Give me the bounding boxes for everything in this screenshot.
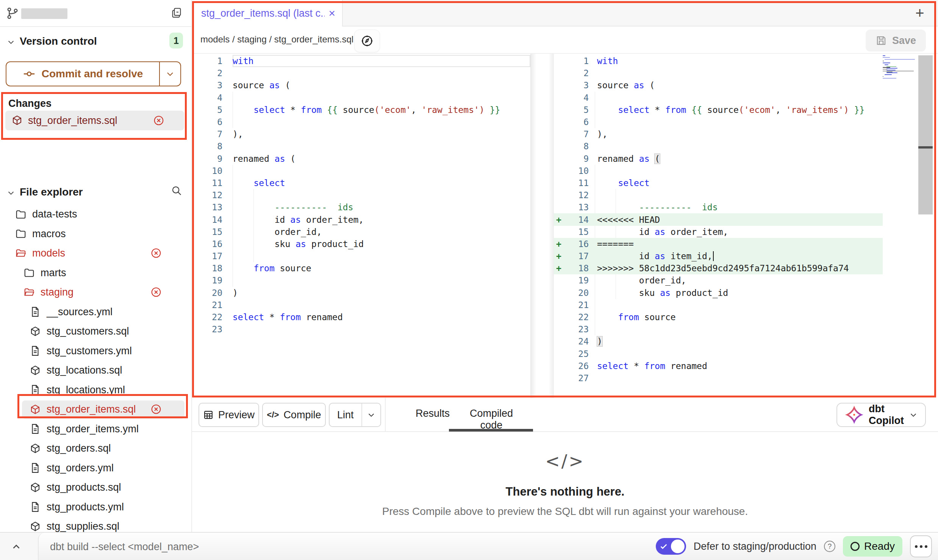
code-line-6: 6: [192, 116, 530, 128]
code-icon: </>: [192, 451, 938, 471]
minimap[interactable]: [883, 55, 916, 80]
lint-button-label[interactable]: Lint: [330, 404, 361, 426]
changes-title: Changes: [8, 98, 52, 109]
file-item-stg_order_items.yml[interactable]: stg_order_items.yml: [0, 419, 191, 439]
lint-button-group[interactable]: Lint: [329, 403, 381, 427]
panel-collapse-chevron[interactable]: [11, 541, 22, 552]
line-number: 17: [567, 251, 589, 261]
text-cursor: [713, 251, 714, 261]
file-item-stg_locations.yml[interactable]: stg_locations.yml: [0, 380, 191, 400]
code-line-23: 23: [192, 323, 530, 335]
file-icon: [30, 501, 41, 513]
code-line-19: 19: [192, 274, 530, 286]
conflict-x-icon[interactable]: [150, 247, 162, 259]
tab-compiled-code[interactable]: Compiled code: [457, 408, 525, 431]
conflict-x-icon[interactable]: [150, 404, 162, 415]
preview-button[interactable]: Preview: [199, 403, 259, 427]
copilot-compass-button[interactable]: [354, 30, 380, 52]
code-line-5: 5 select * from {{ source('ecom', 'raw_i…: [554, 104, 883, 116]
file-item-models[interactable]: models: [0, 244, 191, 263]
code-line-11: 11 select: [192, 177, 530, 189]
copy-icon[interactable]: [171, 7, 183, 19]
file-item-macros[interactable]: macros: [0, 224, 191, 244]
code-line-15: 15 order_id,: [192, 226, 530, 238]
line-number: 10: [192, 166, 222, 176]
code-line-1: 1with: [192, 55, 530, 67]
tab-results[interactable]: Results: [410, 408, 455, 419]
file-item-label: stg_products.yml: [47, 501, 124, 513]
command-input[interactable]: [49, 538, 316, 555]
lint-dropdown-button[interactable]: [361, 404, 380, 426]
status-dot-icon: [850, 542, 860, 551]
commit-and-resolve-button[interactable]: Commit and resolve: [6, 61, 181, 86]
search-icon[interactable]: [171, 185, 182, 196]
code-line-19: 19 order_id,: [554, 274, 883, 286]
more-options-button[interactable]: [910, 535, 932, 557]
file-item-data-tests[interactable]: data-tests: [0, 205, 191, 224]
file-item-__sources.yml[interactable]: __sources.yml: [0, 302, 191, 322]
save-button[interactable]: Save: [866, 30, 926, 52]
help-icon[interactable]: ?: [824, 541, 835, 552]
line-number: 25: [567, 349, 589, 359]
file-item-label: models: [32, 247, 65, 259]
line-number: 21: [567, 300, 589, 310]
defer-label: Defer to staging/production: [694, 541, 816, 552]
code-line-5: 5 select * from {{ source('ecom', 'raw_i…: [192, 104, 530, 116]
new-tab-button[interactable]: +: [911, 5, 928, 21]
file-item-stg_orders.yml[interactable]: stg_orders.yml: [0, 458, 191, 478]
file-item-stg_locations.sql[interactable]: stg_locations.sql: [0, 361, 191, 380]
code-line-18: +18>>>>>>> 58c1dd23d5eebd9cd2495fa7124ab…: [554, 262, 883, 274]
version-control-section[interactable]: Version control 1: [0, 33, 191, 50]
line-number: 27: [567, 373, 589, 383]
editor-pane-modified[interactable]: 1with23source as (45 select * from {{ so…: [554, 54, 938, 398]
conflict-x-icon[interactable]: [153, 115, 164, 126]
changes-file-row[interactable]: stg_order_items.sql: [5, 111, 184, 130]
editor-pane-original[interactable]: 1with23source as (45 select * from {{ so…: [192, 54, 530, 398]
file-item-label: stg_locations.yml: [47, 384, 125, 396]
line-number: 20: [192, 288, 222, 298]
file-item-stg_customers.sql[interactable]: stg_customers.sql: [0, 322, 191, 341]
diff-editor: 1with23source as (45 select * from {{ so…: [192, 54, 938, 398]
file-item-stg_products.sql[interactable]: stg_products.sql: [0, 478, 191, 497]
line-number: 16: [192, 239, 222, 249]
code-line-2: 2: [192, 67, 530, 79]
model-cube-icon: [11, 115, 23, 126]
git-branch-icon: [6, 7, 19, 20]
line-number: 23: [192, 324, 222, 334]
divider: [385, 398, 386, 431]
check-icon: [660, 542, 668, 551]
code-line-8: 8: [554, 140, 883, 152]
commit-icon: [23, 67, 36, 80]
model-cube-icon: [30, 326, 41, 337]
line-number: 2: [192, 68, 222, 78]
file-item-label: marts: [41, 267, 66, 279]
code-line-11: 11 select: [554, 177, 883, 189]
file-item-stg_order_items.sql[interactable]: stg_order_items.sql: [0, 400, 191, 419]
overview-ruler[interactable]: [918, 55, 933, 214]
commit-dropdown-button[interactable]: [159, 62, 180, 86]
file-item-label: stg_supplies.sql: [47, 521, 119, 532]
dbt-copilot-icon: [845, 405, 863, 424]
file-item-stg_products.yml[interactable]: stg_products.yml: [0, 497, 191, 517]
diff-added-marker: +: [554, 251, 567, 261]
compile-button[interactable]: </> Compile: [262, 403, 326, 427]
code-line-21: 21: [192, 299, 530, 311]
file-item-marts[interactable]: marts: [0, 263, 191, 283]
defer-toggle[interactable]: [656, 538, 686, 555]
file-item-stg_customers.yml[interactable]: stg_customers.yml: [0, 341, 191, 361]
file-item-staging[interactable]: staging: [0, 283, 191, 302]
code-line-26: 26select * from renamed: [554, 360, 883, 372]
line-number: 22: [192, 312, 222, 322]
dbt-copilot-button[interactable]: dbt Copilot: [836, 403, 926, 427]
conflict-x-icon[interactable]: [150, 286, 162, 298]
code-line-17: 17: [192, 250, 530, 262]
pane-shadow: [549, 54, 554, 398]
close-icon[interactable]: ×: [328, 8, 335, 19]
file-explorer-section[interactable]: File explorer: [0, 184, 191, 201]
line-number: 14: [192, 215, 222, 225]
file-item-stg_orders.sql[interactable]: stg_orders.sql: [0, 439, 191, 458]
line-number: 5: [567, 105, 589, 115]
code-icon: </>: [267, 410, 279, 420]
file-icon: [30, 423, 41, 435]
tab-stg-order-items[interactable]: stg_order_items.sql (last c... ×: [192, 0, 343, 27]
